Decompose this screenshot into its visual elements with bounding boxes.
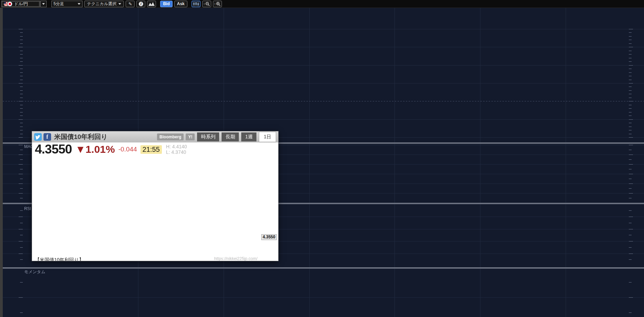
zoom-in-button[interactable]: ↕	[213, 1, 222, 7]
yield-chart-area: 4.3550 【米国債10年利回り】 https://nikkei225jp.c…	[32, 156, 278, 261]
popup-footer-title: 【米国債10年利回り】	[35, 257, 84, 261]
tab-time-series[interactable]: 時系列	[197, 132, 219, 141]
zoom-in-icon	[216, 2, 221, 6]
tab-one-week[interactable]: 1週	[241, 132, 256, 141]
treasury-yield-popup: f 米国債10年利回り Bloomberg Y! 時系列 長期 1週 1日 4.…	[32, 131, 279, 261]
vertical-arrows-icon: ↕	[204, 2, 205, 6]
tab-long-term[interactable]: 長期	[222, 132, 239, 141]
popup-title: 米国債10年利回り	[54, 132, 108, 141]
bid-button[interactable]: Bid	[160, 1, 172, 7]
timeframe-label: 5分足	[53, 1, 64, 7]
timeframe-select[interactable]: 5分足	[51, 1, 82, 7]
popup-value-row: 4.3550 ▼1.01% -0.044 21:55 H: 4.4140 L: …	[32, 142, 278, 156]
panel-divider	[0, 267, 644, 269]
draw-pencil-button[interactable]: ✎	[126, 1, 135, 7]
tab-one-day[interactable]: 1日	[259, 132, 276, 142]
yield-high-low: H: 4.4140 L: 4.3740	[166, 144, 187, 155]
zoom-out-button[interactable]: ↕	[202, 1, 211, 7]
toolbar: ドル/円 5分足 テクニカル選択 ✎ i Bid Ask	[0, 0, 644, 8]
bloomberg-button[interactable]: Bloomberg	[157, 133, 184, 140]
yield-high: H: 4.4140	[166, 144, 187, 149]
popup-titlebar: f 米国債10年利回り Bloomberg Y! 時系列 長期 1週 1日	[32, 131, 278, 142]
technical-select-label: テクニカル選択	[87, 1, 116, 7]
yield-value: 4.3550	[35, 142, 72, 157]
jp-flag-icon	[7, 1, 12, 7]
yield-quote-time: 21:55	[140, 145, 162, 154]
ask-button[interactable]: Ask	[174, 1, 187, 7]
currency-pair-select[interactable]: ドル/円	[1, 1, 40, 7]
zoom-out-icon	[205, 2, 210, 6]
yield-low: L: 4.3740	[166, 149, 187, 155]
area-chart-mode-button[interactable]	[147, 1, 156, 7]
chevron-down-icon	[78, 3, 80, 5]
popup-footer-url[interactable]: https://nikkei225jp.com/	[214, 256, 257, 261]
yahoo-button[interactable]: Y!	[186, 133, 195, 140]
twitter-icon[interactable]	[34, 133, 42, 141]
candle-chart-mode-button[interactable]	[192, 1, 201, 7]
technical-select-button[interactable]: テクニカル選択	[84, 1, 124, 7]
yield-change: -0.044	[118, 146, 137, 153]
fx-chart-app: ドル/円 5分足 テクニカル選択 ✎ i Bid Ask	[0, 0, 644, 317]
yield-change-percent: ▼1.01%	[75, 143, 115, 155]
facebook-icon[interactable]: f	[43, 133, 51, 141]
vertical-arrows-icon: ↕	[214, 2, 216, 6]
info-icon: i	[139, 2, 143, 6]
currency-pair-label: ドル/円	[14, 1, 28, 7]
pair-dropdown-button[interactable]	[40, 1, 47, 7]
chevron-down-icon	[42, 3, 45, 5]
last-value-tag: 4.3550	[261, 234, 277, 240]
info-button[interactable]: i	[136, 1, 145, 7]
left-edge-strip	[0, 8, 3, 317]
candlestick-chart-icon	[193, 2, 199, 6]
yield-chart-canvas	[32, 156, 278, 250]
mountain-chart-icon	[148, 2, 155, 6]
chevron-down-icon	[118, 3, 121, 5]
pencil-icon: ✎	[128, 1, 132, 7]
